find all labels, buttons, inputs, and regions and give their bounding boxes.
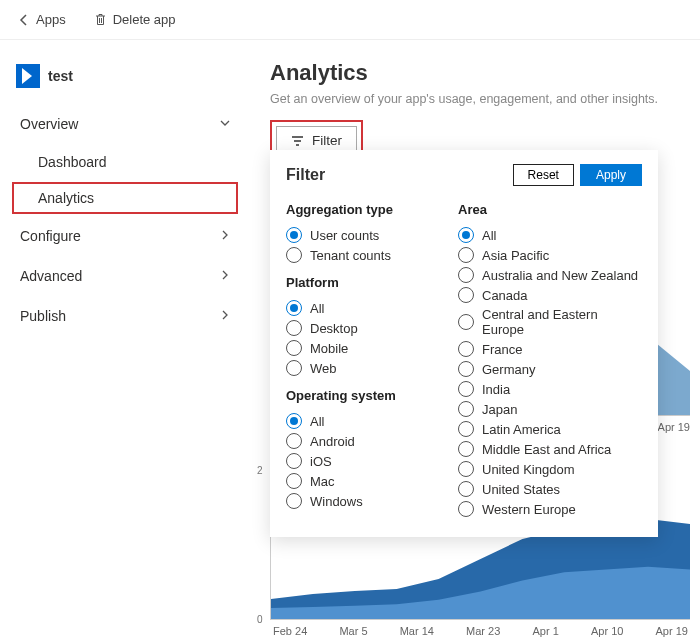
radio-label: Middle East and Africa	[482, 442, 611, 457]
app-name: test	[48, 68, 73, 84]
radio-option[interactable]: Canada	[458, 285, 642, 305]
radio-icon	[458, 314, 474, 330]
x-tick: Apr 10	[591, 625, 623, 637]
nav-dashboard[interactable]: Dashboard	[12, 146, 238, 178]
radio-option[interactable]: Japan	[458, 399, 642, 419]
radio-icon	[458, 227, 474, 243]
radio-option[interactable]: Desktop	[286, 318, 436, 338]
x-axis-labels: Feb 24 Mar 5 Mar 14 Mar 23 Apr 1 Apr 10 …	[271, 625, 690, 637]
radio-icon	[286, 247, 302, 263]
filter-panel: Filter Reset Apply Aggregation type User…	[270, 150, 658, 537]
radio-label: India	[482, 382, 510, 397]
radio-icon	[458, 441, 474, 457]
nav-analytics[interactable]: Analytics	[12, 182, 238, 214]
radio-option[interactable]: Mobile	[286, 338, 436, 358]
reset-button[interactable]: Reset	[513, 164, 574, 186]
x-tick: Mar 23	[466, 625, 500, 637]
radio-option[interactable]: Central and Eastern Europe	[458, 305, 642, 339]
radio-icon	[458, 481, 474, 497]
app-logo-icon	[16, 64, 40, 88]
radio-label: User counts	[310, 228, 379, 243]
radio-option[interactable]: Web	[286, 358, 436, 378]
chevron-right-icon	[220, 270, 230, 282]
trash-icon	[94, 13, 107, 26]
radio-label: Germany	[482, 362, 535, 377]
radio-icon	[458, 267, 474, 283]
radio-label: iOS	[310, 454, 332, 469]
section-aggregation: Aggregation type	[286, 202, 436, 217]
x-tick: Mar 5	[339, 625, 367, 637]
radio-option[interactable]: Middle East and Africa	[458, 439, 642, 459]
radio-icon	[286, 433, 302, 449]
y-tick: 0	[257, 614, 263, 625]
radio-option[interactable]: All	[286, 298, 436, 318]
radio-icon	[458, 381, 474, 397]
nav-publish[interactable]: Publish	[12, 298, 238, 334]
sidebar: test Overview Dashboard Analytics Config…	[0, 40, 250, 644]
y-tick: 2	[257, 465, 263, 476]
radio-label: France	[482, 342, 522, 357]
nav-label: Analytics	[38, 190, 94, 206]
radio-option[interactable]: Western Europe	[458, 499, 642, 519]
chevron-left-icon	[18, 14, 30, 26]
radio-option[interactable]: iOS	[286, 451, 436, 471]
radio-icon	[458, 401, 474, 417]
x-tick: Apr 1	[533, 625, 559, 637]
radio-label: All	[310, 414, 324, 429]
nav-label: Advanced	[20, 268, 82, 284]
radio-icon	[286, 473, 302, 489]
radio-option[interactable]: All	[458, 225, 642, 245]
delete-label: Delete app	[113, 12, 176, 27]
radio-icon	[286, 453, 302, 469]
radio-icon	[458, 421, 474, 437]
radio-option[interactable]: India	[458, 379, 642, 399]
back-to-apps[interactable]: Apps	[10, 8, 74, 31]
filter-panel-title: Filter	[286, 166, 325, 184]
apply-button[interactable]: Apply	[580, 164, 642, 186]
page-title: Analytics	[270, 60, 680, 86]
radio-icon	[286, 360, 302, 376]
radio-label: Australia and New Zealand	[482, 268, 638, 283]
x-tick: Apr 19	[656, 625, 688, 637]
nav-overview[interactable]: Overview	[12, 106, 238, 142]
radio-option[interactable]: Latin America	[458, 419, 642, 439]
radio-icon	[286, 300, 302, 316]
nav-configure[interactable]: Configure	[12, 218, 238, 254]
chevron-down-icon	[220, 118, 230, 130]
radio-icon	[458, 247, 474, 263]
radio-label: United Kingdom	[482, 462, 575, 477]
radio-option[interactable]: United States	[458, 479, 642, 499]
radio-label: Tenant counts	[310, 248, 391, 263]
radio-option[interactable]: Mac	[286, 471, 436, 491]
section-platform: Platform	[286, 275, 436, 290]
radio-option[interactable]: All	[286, 411, 436, 431]
radio-label: Mobile	[310, 341, 348, 356]
radio-icon	[458, 361, 474, 377]
main-content: Analytics Get an overview of your app's …	[250, 40, 700, 644]
radio-option[interactable]: Asia Pacific	[458, 245, 642, 265]
radio-icon	[458, 461, 474, 477]
radio-option[interactable]: User counts	[286, 225, 436, 245]
radio-option[interactable]: Australia and New Zealand	[458, 265, 642, 285]
radio-label: Android	[310, 434, 355, 449]
nav-label: Dashboard	[38, 154, 107, 170]
radio-label: United States	[482, 482, 560, 497]
radio-option[interactable]: France	[458, 339, 642, 359]
radio-option[interactable]: United Kingdom	[458, 459, 642, 479]
radio-label: Desktop	[310, 321, 358, 336]
radio-icon	[458, 341, 474, 357]
back-label: Apps	[36, 12, 66, 27]
nav-advanced[interactable]: Advanced	[12, 258, 238, 294]
radio-icon	[286, 320, 302, 336]
delete-app-button[interactable]: Delete app	[86, 8, 184, 31]
radio-icon	[286, 340, 302, 356]
radio-label: Canada	[482, 288, 528, 303]
radio-icon	[458, 287, 474, 303]
radio-option[interactable]: Tenant counts	[286, 245, 436, 265]
radio-icon	[458, 501, 474, 517]
radio-option[interactable]: Germany	[458, 359, 642, 379]
filter-icon	[291, 135, 304, 147]
radio-option[interactable]: Windows	[286, 491, 436, 511]
nav-label: Publish	[20, 308, 66, 324]
radio-option[interactable]: Android	[286, 431, 436, 451]
